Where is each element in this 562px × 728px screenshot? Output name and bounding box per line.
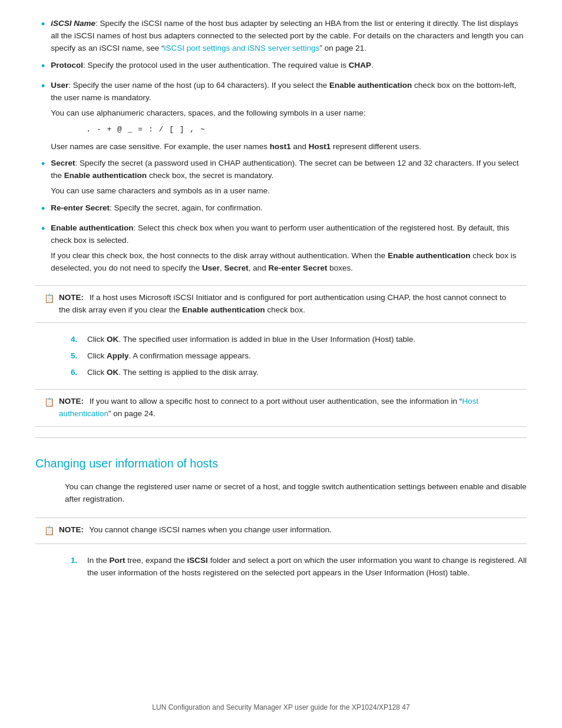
enable-auth-secret: Secret: [224, 263, 249, 272]
section-heading: Changing user information of hosts: [35, 454, 527, 473]
bullet-icon: •: [41, 221, 45, 238]
bullet-text: Re-enter Secret: Specify the secret, aga…: [51, 202, 527, 215]
step-5-end: . A confirmation message appears.: [129, 351, 251, 360]
note-cannot-change-label: NOTE:: [59, 525, 84, 534]
step-6: 6. Click OK. The setting is applied to t…: [65, 367, 527, 379]
bullet-icon: •: [41, 156, 45, 173]
bullet-section: • iSCSI Name: Specify the iSCSI name of …: [35, 18, 527, 275]
note-host-auth-content: NOTE: If you want to allow a specific ho…: [59, 396, 518, 420]
note-book-icon-2: 📋: [44, 396, 54, 409]
step-s2-port: Port: [110, 556, 125, 565]
step-s2-1-num: 1.: [71, 555, 82, 567]
note-chap-bold: Enable authentication: [182, 305, 265, 314]
secret-label: Secret: [51, 159, 75, 167]
steps-section2-container: 1. In the Port tree, expand the iSCSI fo…: [35, 555, 527, 579]
step-6-end: . The setting is applied to the disk arr…: [118, 368, 258, 377]
list-item: • Protocol: Specify the protocol used in…: [35, 60, 527, 75]
section-intro-text: You can change the registered user name …: [65, 481, 527, 506]
step-s2-text1: tree, expand the: [125, 556, 187, 565]
steps-container: 4. Click OK. The specified user informat…: [35, 334, 527, 379]
step-s2-intro: In the: [87, 556, 110, 565]
protocol-chap: CHAP: [349, 61, 371, 70]
step-6-text: Click OK. The setting is applied to the …: [87, 367, 259, 379]
step-5-click: Click: [87, 351, 107, 360]
note-chap-end: check box.: [265, 305, 305, 314]
step-4-text: Click OK. The specified user information…: [87, 334, 415, 346]
note-host-auth-box: 📋 NOTE: If you want to allow a specific …: [35, 389, 527, 427]
enable-auth-sub-text: If you clear this check box, the host co…: [51, 251, 388, 260]
note-host-auth-end: ” on page 24.: [108, 409, 156, 418]
secret-sub-text: You can use same characters and symbols …: [51, 186, 270, 195]
step-4-end: . The specified user information is adde…: [118, 335, 415, 344]
step-4-click: Click: [87, 335, 107, 344]
iscsi-port-link[interactable]: iSCSI port settings and iSNS server sett…: [164, 44, 319, 52]
user-case-text: User names are case sensitive. For examp…: [51, 142, 269, 151]
enable-auth-comma1: ,: [220, 263, 224, 272]
protocol-text: : Specify the protocol used in the user …: [83, 61, 349, 70]
step-s2-1: 1. In the Port tree, expand the iSCSI fo…: [65, 555, 527, 579]
footer: LUN Configuration and Security Manager X…: [0, 702, 562, 713]
user-code-line: . - + @ _ = : / [ ] , ~: [86, 124, 527, 136]
step-5-bold: Apply: [107, 351, 129, 360]
user-end: represent different users.: [330, 142, 421, 151]
enable-auth-sub: If you clear this check box, the host co…: [51, 250, 527, 275]
step-5-num: 5.: [71, 350, 82, 363]
bullet-text: iSCSI Name: Specify the iSCSI name of th…: [51, 18, 527, 55]
reenter-secret-label: Re-enter Secret: [51, 203, 110, 212]
protocol-label: Protocol: [51, 61, 83, 70]
protocol-period: .: [371, 61, 373, 70]
secret-text-mid: check box, the secret is mandatory.: [147, 171, 273, 180]
step-6-click: Click: [87, 368, 107, 377]
iscsi-name-after: ” on page 21.: [320, 44, 367, 52]
list-item: • User: Specify the user name of the hos…: [35, 80, 527, 153]
secret-enable-auth: Enable authentication: [64, 171, 147, 180]
note-host-auth-text: If you want to allow a specific host to …: [90, 397, 462, 406]
note-book-icon-3: 📋: [44, 525, 54, 538]
bullet-text: Enable authentication: Select this check…: [51, 222, 527, 275]
iscsi-name-label: iSCSI Name: [51, 19, 95, 28]
step-5-text: Click Apply. A confirmation message appe…: [87, 350, 251, 363]
enable-auth-reenter: Re-enter Secret: [269, 263, 328, 272]
note-cannot-change-box: 📋 NOTE: You cannot change iSCSI names wh…: [35, 518, 527, 544]
user-Host1: Host1: [309, 142, 331, 151]
user-text: : Specify the user name of the host (up …: [68, 81, 329, 90]
step-6-bold: OK: [107, 368, 118, 377]
note-chap-box: 📋 NOTE: If a host uses Microsoft iSCSI I…: [35, 285, 527, 323]
note-chap-content: NOTE: If a host uses Microsoft iSCSI Ini…: [59, 292, 518, 317]
note-cannot-change-text: You cannot change iSCSI names when you c…: [90, 525, 332, 534]
note-book-icon: 📋: [44, 292, 54, 305]
section-intro: You can change the registered user name …: [35, 481, 527, 506]
step-4-num: 4.: [71, 334, 82, 346]
section-divider: [35, 437, 527, 438]
user-enable-auth: Enable authentication: [329, 81, 412, 90]
bullet-icon: •: [41, 78, 45, 95]
bullet-text: User: Specify the user name of the host …: [51, 80, 527, 153]
step-4: 4. Click OK. The specified user informat…: [65, 334, 527, 346]
user-sub-text: You can use alphanumeric characters, spa…: [51, 108, 366, 117]
step-6-num: 6.: [71, 367, 82, 379]
enable-auth-bold-mid: Enable authentication: [388, 251, 470, 260]
bullet-icon: •: [41, 201, 45, 218]
user-sub-para: You can use alphanumeric characters, spa…: [51, 107, 527, 120]
footer-text: LUN Configuration and Security Manager X…: [152, 703, 409, 711]
note-host-auth-label: NOTE:: [59, 397, 84, 406]
note-chap-label: NOTE:: [59, 293, 84, 302]
user-and: and: [291, 142, 309, 151]
bullet-text: Secret: Specify the secret (a password u…: [51, 157, 527, 197]
list-item: • Enable authentication: Select this che…: [35, 222, 527, 275]
step-s2-1-text: In the Port tree, expand the iSCSI folde…: [87, 555, 527, 579]
reenter-secret-text: : Specify the secret, again, for confirm…: [110, 203, 263, 212]
enable-auth-user: User: [202, 263, 220, 272]
user-label: User: [51, 81, 68, 90]
step-5: 5. Click Apply. A confirmation message a…: [65, 350, 527, 363]
bullet-text: Protocol: Specify the protocol used in t…: [51, 60, 527, 72]
bullet-icon: •: [41, 58, 45, 75]
list-item: • iSCSI Name: Specify the iSCSI name of …: [35, 18, 527, 55]
list-item: • Re-enter Secret: Specify the secret, a…: [35, 202, 527, 218]
bullet-icon: •: [41, 17, 45, 33]
secret-sub-para: You can use same characters and symbols …: [51, 185, 527, 197]
step-4-bold: OK: [107, 335, 118, 344]
page-container: • iSCSI Name: Specify the iSCSI name of …: [0, 0, 562, 728]
enable-auth-end: boxes.: [327, 263, 353, 272]
enable-auth-comma2: , and: [249, 263, 269, 272]
